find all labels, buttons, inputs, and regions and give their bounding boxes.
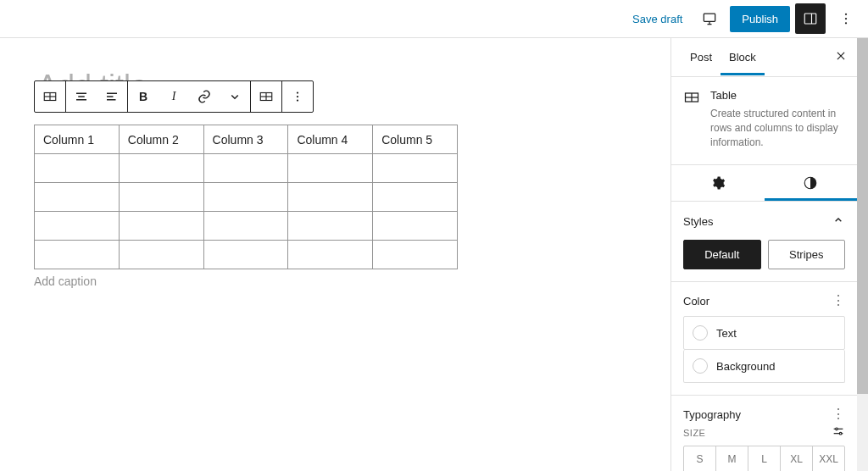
more-vertical-icon	[838, 11, 854, 26]
align-center-icon	[74, 89, 89, 104]
svg-point-18	[297, 91, 298, 93]
editor-canvas: Add title B I	[0, 38, 670, 471]
top-more-button[interactable]	[831, 3, 861, 34]
color-panel-label: Color	[683, 295, 709, 308]
style-default-button[interactable]: Default	[683, 240, 761, 269]
sidebar-scrollbar[interactable]	[857, 38, 868, 471]
top-bar: Save draft Publish	[0, 0, 868, 38]
table-icon	[42, 89, 58, 104]
block-type-description: Create structured content in rows and co…	[710, 107, 845, 149]
svg-rect-11	[76, 99, 86, 101]
italic-button[interactable]: I	[159, 81, 189, 112]
table-header-cell[interactable]: Column 2	[119, 125, 203, 154]
table-row[interactable]	[35, 154, 458, 183]
subtab-settings[interactable]	[671, 165, 765, 201]
swatch-icon	[693, 325, 708, 341]
collapse-styles-button[interactable]	[832, 213, 845, 230]
chevron-down-icon	[227, 89, 242, 104]
text-align-button[interactable]	[97, 81, 127, 112]
color-background-button[interactable]: Background	[683, 350, 845, 383]
table-row[interactable]	[35, 183, 458, 212]
table-header-cell[interactable]: Column 4	[288, 125, 373, 154]
svg-rect-13	[107, 96, 114, 97]
scrollbar-thumb[interactable]	[857, 38, 868, 394]
svg-rect-14	[107, 99, 116, 101]
device-icon	[701, 10, 718, 27]
table-block[interactable]: Column 1 Column 2 Column 3 Column 4 Colu…	[34, 125, 458, 269]
sliders-icon	[832, 424, 845, 438]
tab-post[interactable]: Post	[682, 39, 721, 75]
svg-point-4	[845, 18, 847, 19]
sidebar-tabs: Post Block	[671, 38, 857, 77]
svg-rect-0	[704, 14, 715, 21]
close-sidebar-button[interactable]	[835, 50, 847, 65]
svg-point-28	[839, 433, 842, 435]
table-header-cell[interactable]: Column 5	[373, 125, 458, 154]
tab-block[interactable]: Block	[721, 39, 765, 75]
style-stripes-button[interactable]: Stripes	[768, 240, 846, 269]
typography-panel-label: Typography	[683, 408, 741, 421]
table-header-row[interactable]: Column 1 Column 2 Column 3 Column 4 Colu…	[35, 125, 458, 154]
block-type-button[interactable]	[35, 81, 65, 112]
table-row[interactable]	[35, 212, 458, 241]
preview-button[interactable]	[694, 3, 725, 34]
svg-rect-1	[804, 14, 816, 24]
typography-more-button[interactable]: ⋮	[832, 407, 845, 421]
settings-toggle-button[interactable]	[795, 3, 826, 34]
color-text-button[interactable]: Text	[683, 316, 845, 350]
swatch-icon	[693, 358, 708, 374]
align-left-icon	[104, 89, 120, 104]
block-subtabs	[671, 165, 857, 202]
block-toolbar: B I	[34, 80, 314, 113]
block-more-button[interactable]	[282, 81, 313, 112]
size-label: SIZE	[683, 428, 705, 438]
publish-button[interactable]: Publish	[730, 6, 790, 32]
size-s-button[interactable]: S	[684, 446, 716, 471]
block-type-title: Table	[710, 89, 845, 102]
subtab-styles[interactable]	[765, 165, 858, 201]
link-icon	[197, 89, 212, 104]
table-edit-icon	[259, 89, 274, 104]
align-button[interactable]	[66, 81, 97, 112]
table-header-cell[interactable]: Column 1	[35, 125, 120, 154]
size-buttons: S M L XL XXL	[683, 446, 845, 471]
styles-panel: Styles Default Stripes	[671, 202, 857, 282]
block-info: Table Create structured content in rows …	[671, 77, 857, 165]
more-rich-text-button[interactable]	[220, 81, 250, 112]
gear-icon	[710, 175, 726, 191]
svg-rect-10	[78, 96, 85, 97]
svg-point-19	[297, 96, 298, 97]
table-caption-input[interactable]: Add caption	[34, 274, 637, 288]
table-row[interactable]	[35, 241, 458, 269]
size-xxl-button[interactable]: XXL	[813, 446, 844, 471]
close-icon	[835, 50, 847, 62]
contrast-icon	[803, 175, 818, 191]
size-custom-button[interactable]	[832, 424, 845, 441]
styles-panel-label: Styles	[683, 215, 713, 228]
color-panel: Color ⋮ Text Background	[671, 282, 857, 396]
svg-point-26	[836, 428, 838, 430]
size-m-button[interactable]: M	[716, 446, 748, 471]
chevron-up-icon	[832, 213, 845, 227]
link-button[interactable]	[189, 81, 220, 112]
settings-sidebar: Post Block Table Create structured conte…	[670, 38, 857, 471]
color-background-label: Background	[716, 360, 775, 373]
svg-point-20	[297, 99, 298, 101]
edit-table-button[interactable]	[251, 81, 281, 112]
size-l-button[interactable]: L	[748, 446, 781, 471]
size-xl-button[interactable]: XL	[781, 446, 813, 471]
svg-point-5	[845, 22, 847, 24]
typography-panel: Typography ⋮ SIZE S M L XL XXL	[671, 396, 857, 471]
table-header-cell[interactable]: Column 3	[203, 125, 288, 154]
svg-rect-9	[76, 93, 86, 95]
color-more-button[interactable]: ⋮	[832, 294, 845, 308]
table-icon	[683, 89, 700, 106]
more-vertical-icon	[290, 89, 305, 104]
svg-rect-12	[107, 93, 117, 95]
save-draft-link[interactable]: Save draft	[626, 8, 689, 30]
bold-button[interactable]: B	[128, 81, 159, 112]
sidebar-icon	[803, 11, 818, 26]
color-text-label: Text	[716, 327, 737, 340]
svg-point-3	[845, 14, 847, 15]
